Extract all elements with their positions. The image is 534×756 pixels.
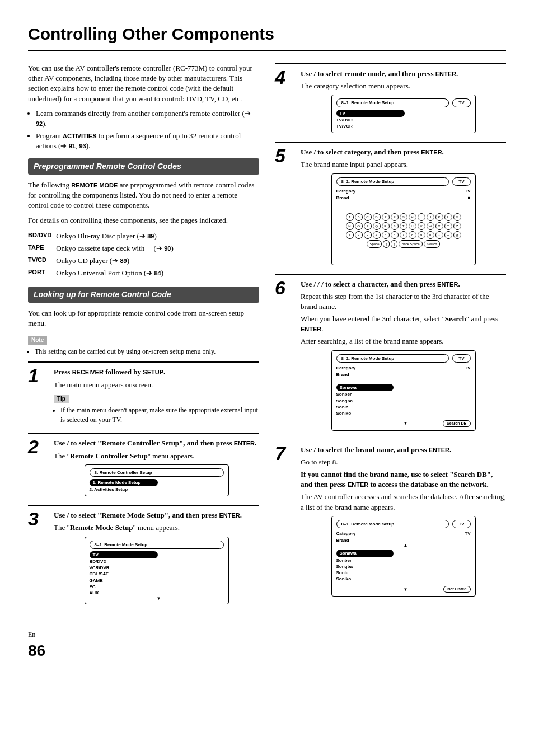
onscreen-menu: 8–1. Remote Mode Setup TV BD/DVD VCR/DVR… bbox=[85, 537, 229, 605]
rule bbox=[28, 50, 506, 51]
step-number: 1 bbox=[28, 366, 54, 430]
step-number: 4 bbox=[275, 68, 301, 139]
codes-table: BD/DVD Onkyo Blu-ray Disc player (➔ 89) … bbox=[28, 230, 178, 280]
section-heading: Preprogrammed Remote Control Codes bbox=[28, 158, 259, 175]
note-badge: Note bbox=[28, 336, 47, 345]
paragraph: The following REMOTE MODE are preprogram… bbox=[28, 180, 259, 211]
onscreen-keyboard: ABCDEFGHIJKLM NOPQRSTUVWXYZ 1234567890-+… bbox=[336, 213, 471, 248]
intro-bullets: Learn commands directly from another com… bbox=[28, 109, 259, 152]
onscreen-menu: 8–1. Remote Mode SetupTV TV TV/DVD TV/VC… bbox=[331, 95, 476, 133]
step: 1 Press RECEIVER followed by SETUP. The … bbox=[28, 366, 259, 430]
table-row: BD/DVD Onkyo Blu-ray Disc player (➔ 89) bbox=[28, 230, 178, 242]
step-number: 5 bbox=[275, 146, 301, 270]
table-row: PORT Onkyo Universal Port Option (➔ 84) bbox=[28, 267, 178, 279]
step: 6 Use / / / to select a character, and t… bbox=[275, 278, 506, 436]
paragraph: You can look up for appropriate remote c… bbox=[28, 308, 259, 328]
onscreen-menu: 8. Remote Controller Setup 1. Remote Mod… bbox=[85, 464, 229, 497]
step-number: 7 bbox=[275, 444, 301, 602]
section-heading: Looking up for Remote Control Code bbox=[28, 287, 259, 303]
table-row: TAPE Onkyo cassette tape deck with (➔ 90… bbox=[28, 242, 178, 255]
tip-badge: Tip bbox=[54, 395, 69, 403]
step-number: 6 bbox=[275, 278, 301, 436]
step-number: 2 bbox=[28, 437, 54, 502]
table-row: TV/CD Onkyo CD player (➔ 89) bbox=[28, 255, 178, 267]
bullet: Learn commands directly from another com… bbox=[36, 109, 259, 129]
step-number: 3 bbox=[28, 509, 54, 610]
step: 5 Use / to select category, and then pre… bbox=[275, 146, 506, 270]
intro-paragraph: You can use the AV controller's remote c… bbox=[28, 63, 259, 104]
page-title: Controlling Other Components bbox=[28, 22, 506, 46]
step: 4 Use / to select remote mode, and then … bbox=[275, 68, 506, 139]
step: 7 Use / to select the brand name, and pr… bbox=[275, 444, 506, 602]
bullet: Program ACTIVITIES to perform a sequence… bbox=[36, 131, 259, 151]
paragraph: For details on controlling these compone… bbox=[28, 215, 259, 226]
onscreen-menu: 8–1. Remote Mode SetupTV CategoryTV Bran… bbox=[331, 516, 476, 597]
note-item: This setting can be carried out by using… bbox=[35, 347, 259, 356]
rule bbox=[28, 53, 506, 53]
page-footer: En 86 bbox=[28, 630, 506, 661]
step: 2 Use / to select "Remote Controller Set… bbox=[28, 437, 259, 502]
onscreen-menu: 8–1. Remote Mode SetupTV CategoryTV Bran… bbox=[331, 173, 476, 265]
step: 3 Use / to select "Remote Mode Setup", a… bbox=[28, 509, 259, 610]
onscreen-menu: 8–1. Remote Mode SetupTV CategoryTV Bran… bbox=[331, 350, 476, 431]
note-list: This setting can be carried out by using… bbox=[28, 347, 259, 356]
